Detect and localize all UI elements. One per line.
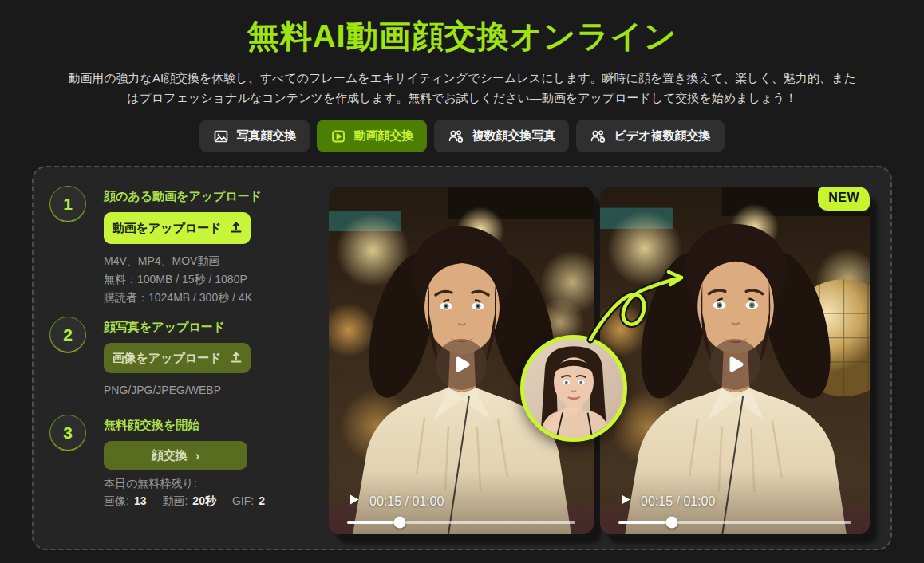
multi-face-video-icon (590, 128, 606, 144)
face-swap-button[interactable]: 顔交換 › (104, 441, 247, 470)
tab-multi-face-photo[interactable]: 複数顔交換写真 (434, 120, 569, 152)
new-badge: NEW (818, 187, 870, 211)
step-1-heading: 顔のある動画をアップロード (104, 186, 262, 204)
source-face-portrait (524, 339, 623, 438)
upload-icon (230, 221, 243, 236)
small-play-icon[interactable] (348, 494, 360, 509)
swapped-video-preview[interactable]: NEW 00:15 / 01:00 (600, 187, 870, 534)
image-format-info: PNG/JPG/JPEG/WEBP (104, 381, 251, 400)
tab-label: ビデオ複数顔交換 (614, 128, 710, 144)
mode-tabs: 写真顔交換 動画顔交換 複数顔交換写真 (0, 120, 924, 152)
tab-label: 複数顔交換写真 (472, 128, 555, 144)
chevron-right-icon: › (195, 449, 200, 463)
upload-video-button-label: 動画をアップロード (112, 221, 221, 236)
video-progress-thumb[interactable] (393, 517, 405, 529)
quota-values: 画像:13 動画:20秒 GIF:2 (104, 494, 265, 509)
video-time: 00:15 / 01:00 (641, 494, 715, 509)
play-button[interactable] (436, 339, 487, 390)
video-progress-played (618, 521, 672, 524)
upload-image-button[interactable]: 画像をアップロード (104, 343, 251, 373)
workspace-panel: 1 顔のある動画をアップロード 動画をアップロード M4V、MP4、MOV動画 … (32, 166, 892, 550)
upload-video-button[interactable]: 動画をアップロード (104, 212, 251, 244)
tab-photo-face-swap[interactable]: 写真顔交換 (199, 120, 310, 152)
step-3-number: 3 (49, 415, 86, 451)
video-play-icon (330, 128, 346, 144)
step-2: 2 顔写真をアップロード 画像をアップロード PNG/JPG/JPEG/WEBP (49, 317, 337, 400)
small-play-icon[interactable] (619, 494, 631, 509)
step-2-number: 2 (49, 317, 86, 353)
upload-image-button-label: 画像をアップロード (112, 351, 221, 366)
step-1-number: 1 (49, 186, 86, 222)
video-progress-bar[interactable] (347, 521, 575, 524)
video-progress-bar[interactable] (618, 521, 851, 524)
video-progress-played (347, 521, 400, 524)
multi-face-icon (448, 128, 464, 144)
tab-label: 動画顔交換 (353, 128, 413, 144)
step-3: 3 無料顔交換を開始 顔交換 › 本日の無料枠残り: 画像:13 動画:20秒 … (49, 415, 337, 509)
step-1: 1 顔のある動画をアップロード 動画をアップロード M4V、MP4、MOV動画 … (49, 186, 337, 307)
tab-video-face-swap[interactable]: 動画顔交換 (317, 120, 427, 152)
step-2-heading: 顔写真をアップロード (104, 317, 251, 335)
page-subtitle: 動画用の強力なAI顔交換を体験し、すべてのフレームをエキサイティングでシームレス… (67, 69, 857, 108)
play-button[interactable] (709, 339, 760, 390)
page-title: 無料AI動画顔交換オンライン (0, 14, 924, 58)
step-3-heading: 無料顔交換を開始 (104, 415, 265, 433)
video-controls: 00:15 / 01:00 (348, 494, 444, 509)
tab-label: 写真顔交換 (236, 128, 296, 144)
video-progress-thumb[interactable] (666, 517, 678, 529)
photo-icon (213, 128, 229, 144)
page: 無料AI動画顔交換オンライン 動画用の強力なAI顔交換を体験し、すべてのフレーム… (0, 0, 924, 563)
video-format-info: M4V、MP4、MOV動画 無料：100MB / 15秒 / 1080P 購読者… (104, 252, 262, 307)
quota-label: 本日の無料枠残り: (104, 477, 265, 491)
tab-multi-face-video[interactable]: ビデオ複数顔交換 (576, 120, 724, 152)
video-controls: 00:15 / 01:00 (619, 494, 715, 509)
source-face-thumbnail (520, 335, 627, 442)
video-time: 00:15 / 01:00 (369, 494, 444, 509)
upload-icon (230, 351, 243, 366)
face-swap-button-label: 顔交換 (152, 448, 188, 463)
